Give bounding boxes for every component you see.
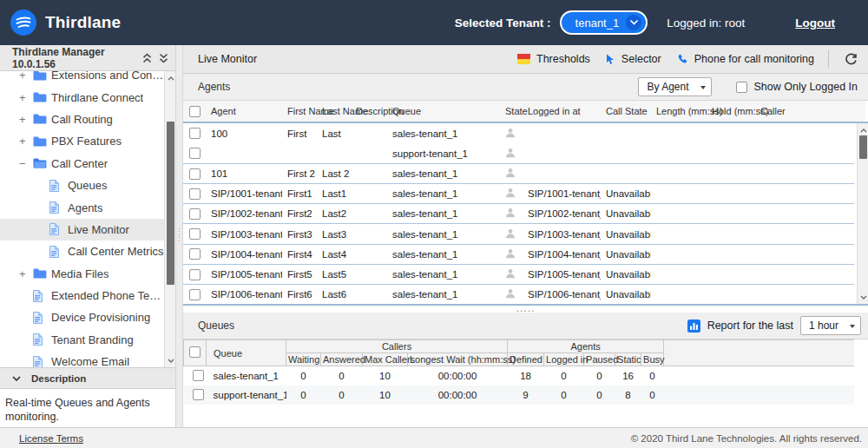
- row-checkbox[interactable]: [193, 370, 204, 381]
- collapse-all-icon[interactable]: [142, 53, 152, 63]
- plus-expander-icon[interactable]: +: [19, 135, 33, 148]
- sidebar-item-label: Welcome Email: [51, 355, 129, 367]
- phone-monitoring-button[interactable]: Phone for call monitoring: [677, 53, 814, 65]
- row-checkbox[interactable]: [189, 289, 201, 300]
- sidebar-item-pbx-features[interactable]: +PBX Features: [0, 130, 164, 152]
- column-header-paused[interactable]: Paused: [584, 353, 615, 366]
- expand-all-icon[interactable]: [159, 53, 168, 63]
- row-checkbox[interactable]: [189, 168, 201, 180]
- agent-row[interactable]: SIP/1001-tenant_1First1Last1sales-tenant…: [183, 184, 854, 204]
- column-header-caller[interactable]: Caller: [755, 101, 854, 122]
- column-header-last-name[interactable]: Last Name: [317, 101, 351, 122]
- agent-row[interactable]: 100FirstLastsales-tenant_1: [183, 123, 854, 143]
- agent-row[interactable]: SIP/1006-tenant_1First6Last6sales-tenant…: [183, 285, 854, 305]
- sidebar-item-device-provisioning[interactable]: Device Provisioning: [0, 306, 164, 328]
- column-header-logged-in-at[interactable]: Logged in at: [523, 101, 601, 122]
- column-header-agent[interactable]: Agent: [206, 101, 282, 122]
- sidebar-item-label: Thirdlane Connect: [51, 91, 143, 104]
- column-header-logged-in[interactable]: Logged in: [544, 353, 584, 366]
- plus-expander-icon[interactable]: +: [19, 71, 33, 82]
- select-all-checkbox[interactable]: [189, 346, 201, 358]
- agent-row[interactable]: support-tenant_1: [183, 143, 854, 163]
- sidebar-item-media-files[interactable]: +Media Files: [0, 263, 164, 285]
- description-cell: [351, 224, 387, 244]
- select-all-checkbox[interactable]: [189, 106, 201, 117]
- row-checkbox[interactable]: [189, 248, 201, 260]
- column-header-first-name[interactable]: First Name: [282, 101, 317, 122]
- minus-expander-icon[interactable]: −: [19, 157, 33, 170]
- row-checkbox[interactable]: [189, 269, 201, 280]
- column-header-static[interactable]: Static: [615, 353, 641, 366]
- row-checkbox[interactable]: [193, 389, 204, 400]
- thresholds-button[interactable]: Thresholds: [517, 53, 590, 65]
- agent-row[interactable]: 101First 2Last 2sales-tenant_1: [183, 163, 854, 183]
- scrollbar-thumb[interactable]: [859, 135, 867, 159]
- sidebar-item-tenant-branding[interactable]: Tenant Branding: [0, 329, 164, 351]
- call-state-cell: Unavailable: [601, 224, 651, 244]
- sidebar-item-extensions-and-contacts[interactable]: +Extensions and Contacts: [0, 71, 164, 86]
- plus-expander-icon[interactable]: +: [19, 91, 33, 104]
- scroll-up-icon[interactable]: [858, 125, 868, 135]
- row-checkbox[interactable]: [189, 228, 201, 240]
- refresh-button[interactable]: [839, 51, 863, 68]
- description-cell: [351, 143, 387, 163]
- description-header[interactable]: Description: [0, 368, 175, 389]
- waiting-cell: 0: [286, 385, 321, 405]
- plus-expander-icon[interactable]: +: [19, 267, 33, 280]
- sidebar-item-thirdlane-connect[interactable]: +Thirdlane Connect: [0, 86, 164, 108]
- row-checkbox[interactable]: [189, 128, 201, 139]
- agent-row[interactable]: SIP/1005-tenant_1First5Last5sales-tenant…: [183, 264, 854, 284]
- sidebar-item-live-monitor[interactable]: Live Monitor: [0, 219, 164, 240]
- group-by-select[interactable]: By Agent: [638, 77, 712, 96]
- agents-scrollbar[interactable]: [857, 123, 868, 304]
- sidebar-item-agents[interactable]: Agents: [0, 196, 164, 218]
- sidebar-item-queues[interactable]: Queues: [0, 175, 164, 196]
- column-header-max-callers[interactable]: Max Callers: [363, 353, 408, 366]
- agent-row[interactable]: SIP/1004-tenant_1First4Last4sales-tenant…: [183, 244, 854, 264]
- show-only-logged-in-checkbox[interactable]: [736, 82, 747, 93]
- sidebar-item-call-routing[interactable]: +Call Routing: [0, 109, 164, 130]
- row-checkbox[interactable]: [189, 208, 201, 220]
- scroll-up-icon[interactable]: [165, 73, 175, 83]
- splitter-grip-icon: .....: [516, 306, 536, 310]
- sidebar-item-call-center-metrics[interactable]: Call Center Metrics: [0, 240, 164, 262]
- column-header-hold-mm-ss[interactable]: Hold (mm:ss): [707, 101, 755, 122]
- queue-row[interactable]: sales-tenant_1001000:00:001800160: [184, 366, 855, 385]
- sidebar-item-welcome-email[interactable]: Welcome Email: [0, 351, 164, 367]
- logout-link[interactable]: Logout: [795, 16, 835, 30]
- sidebar-item-label: Call Routing: [51, 113, 113, 126]
- last-name-cell: Last: [317, 123, 351, 143]
- column-header-length-mm-ss[interactable]: Length (mm:ss): [651, 101, 707, 122]
- column-header-call-state[interactable]: Call State: [601, 101, 651, 122]
- scroll-down-icon[interactable]: [165, 355, 175, 366]
- agents-queues-splitter[interactable]: .....: [183, 306, 868, 313]
- scroll-down-icon[interactable]: [858, 292, 868, 302]
- row-checkbox[interactable]: [189, 188, 201, 200]
- column-header-longest-wait[interactable]: Longest Wait (hh:mm:ss): [408, 353, 508, 366]
- sidebar-splitter[interactable]: .....: [176, 45, 183, 427]
- column-header-busy[interactable]: Busy: [641, 353, 664, 366]
- agent-state-user-icon: [505, 188, 516, 198]
- column-header-defined[interactable]: Defined: [508, 353, 544, 366]
- agent-state-user-icon: [505, 208, 516, 218]
- column-header-queue[interactable]: Queue: [387, 101, 500, 122]
- license-terms-link[interactable]: License Terms: [19, 433, 83, 444]
- column-header-description[interactable]: Description: [351, 101, 387, 122]
- column-header-answered[interactable]: Answered: [321, 353, 363, 366]
- column-header-state[interactable]: State: [500, 101, 523, 122]
- row-checkbox[interactable]: [189, 148, 201, 159]
- tenant-select[interactable]: tenant_1: [560, 10, 648, 35]
- sidebar-item-call-center[interactable]: −Call Center: [0, 153, 164, 175]
- sidebar-item-extended-phone-templat[interactable]: Extended Phone Templat...: [0, 285, 164, 306]
- queue-row[interactable]: support-tenant_1001000:00:0090080: [184, 385, 855, 405]
- column-header-queue[interactable]: Queue: [207, 340, 286, 366]
- selector-button[interactable]: Selector: [606, 53, 661, 65]
- report-period-select[interactable]: 1 hour: [800, 316, 861, 335]
- agent-row[interactable]: SIP/1003-tenant_1First3Last3sales-tenant…: [183, 224, 854, 244]
- sidebar-scrollbar[interactable]: [164, 71, 175, 367]
- scrollbar-thumb[interactable]: [167, 122, 174, 285]
- plus-expander-icon[interactable]: +: [19, 113, 33, 126]
- agent-row[interactable]: SIP/1002-tenant_1First2Last2sales-tenant…: [183, 204, 854, 224]
- first-name-cell: First3: [282, 224, 317, 244]
- column-header-waiting[interactable]: Waiting: [286, 353, 321, 366]
